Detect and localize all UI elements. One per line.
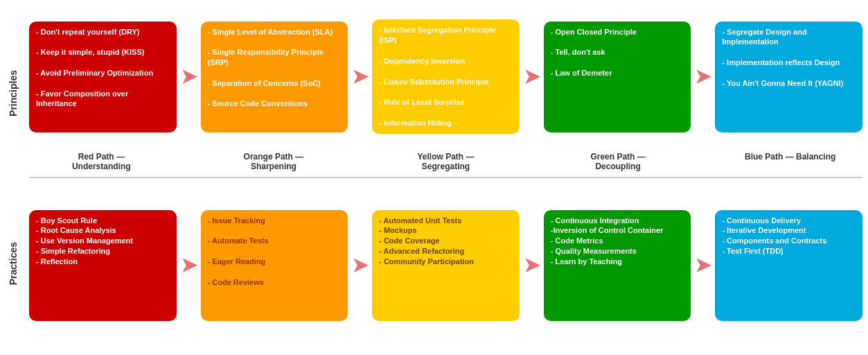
practices-cards-row: - Boy Scout Rule - Root Cause Analysis -… — [29, 181, 862, 349]
arrow-3-principles: ➤ — [524, 65, 540, 88]
practices-yellow-card: - Automated Unit Tests - Mockups - Code … — [372, 210, 520, 321]
principles-blue-text: - Segregate Design and Implementation - … — [722, 27, 856, 89]
arrow-1-practices: ➤ — [181, 254, 197, 277]
arrow-spacer-4 — [694, 150, 714, 173]
practices-green-card: - Continuous Integration -Inversion of C… — [544, 210, 691, 321]
main-container: Principles Practices - Don't repeat your… — [0, 0, 868, 355]
arrow-spacer-1 — [178, 150, 197, 173]
principles-red-text: - Don't repeat yourself (DRY) - Keep it … — [36, 27, 170, 110]
practices-blue-card: - Continuous Delivery - Iterative Develo… — [715, 210, 862, 321]
practices-red-card: - Boy Scout Rule - Root Cause Analysis -… — [29, 210, 177, 321]
content-area: - Don't repeat yourself (DRY) - Keep it … — [26, 0, 868, 355]
yellow-path-label: Yellow Path — Segregating — [373, 150, 518, 173]
principles-orange-text: - Single Level of Abstraction (SLA) - Si… — [208, 27, 342, 110]
principles-blue-card: - Segregate Design and Implementation - … — [715, 21, 862, 132]
arrow-2-principles: ➤ — [352, 65, 368, 88]
arrow-4-practices: ➤ — [695, 254, 711, 277]
arrow-4-principles: ➤ — [695, 65, 711, 88]
practices-orange-card: - Issue Tracking - Automate Tests - Eage… — [201, 210, 348, 321]
orange-path-label: Orange Path — Sharpening — [202, 150, 346, 173]
principles-yellow-card: - Interface Segregation Principle (ISP) … — [372, 19, 520, 133]
practices-orange-text: - Issue Tracking - Automate Tests - Eage… — [208, 216, 269, 288]
practices-label: Practices — [8, 242, 19, 285]
arrow-2-practices: ➤ — [352, 254, 368, 277]
principles-labels-row: Red Path — Understanding Orange Path — S… — [29, 148, 862, 174]
principles-yellow-text: - Interface Segregation Principle (ISP) … — [379, 25, 513, 128]
row-labels: Principles Practices — [0, 0, 26, 355]
green-path-label: Green Path — Decoupling — [546, 150, 691, 173]
principles-label: Principles — [8, 70, 19, 116]
red-path-label: Red Path — Understanding — [29, 150, 174, 173]
principles-green-text: - Open Closed Principle - Tell, don't as… — [551, 27, 637, 78]
section-divider — [29, 177, 862, 178]
arrow-1-principles: ➤ — [181, 65, 197, 88]
practices-yellow-text: - Automated Unit Tests - Mockups - Code … — [379, 216, 474, 267]
arrow-spacer-3 — [522, 150, 542, 173]
practices-green-text: - Continuous Integration -Inversion of C… — [551, 216, 664, 267]
practices-section: - Boy Scout Rule - Root Cause Analysis -… — [29, 181, 862, 349]
principles-section: - Don't repeat yourself (DRY) - Keep it … — [29, 6, 862, 174]
principles-cards-row: - Don't repeat yourself (DRY) - Keep it … — [29, 6, 862, 148]
principles-orange-card: - Single Level of Abstraction (SLA) - Si… — [201, 21, 348, 132]
principles-green-card: - Open Closed Principle - Tell, don't as… — [544, 21, 691, 132]
principles-red-card: - Don't repeat yourself (DRY) - Keep it … — [29, 21, 177, 132]
practices-red-text: - Boy Scout Rule - Root Cause Analysis -… — [36, 216, 133, 267]
arrow-3-practices: ➤ — [524, 254, 540, 277]
practices-blue-text: - Continuous Delivery - Iterative Develo… — [722, 216, 826, 257]
arrow-spacer-2 — [350, 150, 369, 173]
blue-path-label: Blue Path — Balancing — [718, 150, 862, 173]
